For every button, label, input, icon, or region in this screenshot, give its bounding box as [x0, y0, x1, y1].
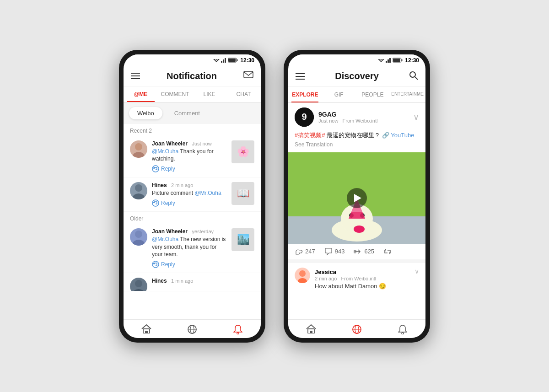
status-time-right: 12:30	[405, 57, 419, 64]
nav-explore-left[interactable]	[169, 320, 215, 338]
share-action[interactable]: 625	[354, 247, 374, 256]
notif-text-1: @Mr.Ouha Thank you for watching.	[152, 148, 227, 163]
tab-people[interactable]: PEOPLE	[356, 87, 390, 102]
avatar-joan-1	[130, 140, 147, 158]
svg-point-59	[402, 333, 404, 334]
discovery-content[interactable]: 9 9GAG Just now From Weibo.intl ∨	[288, 103, 425, 319]
reply-btn-2[interactable]: Reply	[152, 199, 175, 207]
svg-rect-55	[310, 331, 312, 333]
post-header: 9 9GAG Just now From Weibo.intl ∨	[288, 103, 425, 131]
svg-point-14	[133, 193, 145, 199]
svg-point-17	[133, 240, 145, 246]
subtab-comment[interactable]: Comment	[166, 107, 208, 119]
svg-point-15	[152, 200, 159, 206]
avatar-hines-2	[130, 278, 147, 291]
notif-text-2: Picture comment @Mr.Ouha	[152, 189, 227, 197]
svg-rect-22	[145, 331, 148, 333]
notif-name-3: Joan Wheeler	[152, 228, 188, 235]
play-button[interactable]	[347, 188, 367, 208]
message-icon[interactable]	[243, 71, 253, 81]
svg-point-19	[135, 280, 142, 287]
hamburger-icon[interactable]	[131, 73, 140, 79]
nav-bell-left[interactable]	[215, 320, 261, 338]
right-phone: 12:30 Discovery EXPLORE	[284, 50, 430, 343]
thumb-1: 🌸	[231, 140, 254, 163]
notif-item-3: Joan Wheeler yesterday @Mr.Ouha The new …	[124, 224, 261, 273]
notification-scroll[interactable]: Recent 2 Joan Wheeler Just now	[124, 124, 261, 319]
tab-entertainment[interactable]: ENTERTAINME	[389, 87, 425, 102]
reply-btn-1[interactable]: Reply	[152, 165, 175, 172]
notif-time-2: 2 min ago	[171, 183, 193, 188]
signal-icon-right	[386, 58, 391, 63]
chevron-down-icon[interactable]: ∨	[413, 112, 419, 122]
post-hashtag: #搞笑视频#	[295, 132, 325, 139]
notif-text-3: @Mr.Ouha The new version is very smooth,…	[152, 236, 227, 258]
comment-item-jessica: Jessica 2 min ago From Weibo.intl How ab…	[295, 268, 419, 290]
svg-rect-3	[221, 61, 222, 63]
svg-point-36	[410, 72, 415, 77]
tab-me[interactable]: @ME	[124, 86, 158, 102]
app-header-left: Notification	[124, 66, 261, 86]
post-image	[288, 152, 425, 244]
comment-meta: 2 min ago From Weibo.intl	[315, 276, 410, 281]
notif-content-2: Hines 2 min ago Picture comment @Mr.Ouha	[152, 182, 227, 207]
page-title-right: Discovery	[335, 71, 379, 81]
tab-comment[interactable]: COMMENT	[158, 86, 192, 102]
bottom-nav-left	[124, 319, 261, 338]
thumb-3: 🏙️	[231, 228, 254, 251]
post-chinese-text: 最逗的宠物在哪里？	[327, 132, 380, 139]
tab-explore[interactable]: EXPLORE	[288, 87, 322, 102]
share-count: 625	[364, 248, 374, 255]
app-header-right: Discovery	[288, 66, 425, 87]
reply-icon-1	[152, 165, 159, 172]
svg-rect-9	[244, 71, 253, 78]
svg-rect-35	[393, 59, 400, 62]
hamburger-icon-right[interactable]	[296, 73, 305, 80]
page-title-left: Notification	[167, 71, 217, 81]
repost-action[interactable]	[383, 247, 392, 256]
svg-rect-30	[386, 61, 387, 63]
notif-content-3: Joan Wheeler yesterday @Mr.Ouha The new …	[152, 228, 227, 268]
notif-name-1: Joan Wheeler	[152, 140, 188, 147]
svg-point-11	[133, 152, 145, 158]
svg-point-18	[152, 261, 159, 268]
notif-content-4: Hines 1 min ago	[152, 278, 254, 284]
post-youtube-link[interactable]: YouTube	[391, 132, 414, 139]
subtab-weibo[interactable]: Weibo	[129, 107, 162, 119]
nav-bell-right[interactable]	[380, 320, 425, 338]
post-user-info: 9GAG Just now From Weibo.intl	[318, 111, 409, 124]
notif-content-1: Joan Wheeler Just now @Mr.Ouha Thank you…	[152, 140, 227, 173]
post-link-icon: 🔗	[382, 132, 389, 139]
comment-text: How about Matt Damon 😏	[315, 283, 410, 290]
nav-home-right[interactable]	[288, 320, 334, 338]
see-translation[interactable]: See Translation	[295, 141, 419, 148]
svg-rect-8	[228, 59, 236, 62]
comment-body-jessica: Jessica 2 min ago From Weibo.intl How ab…	[315, 268, 410, 290]
nav-home-left[interactable]	[124, 320, 169, 338]
notif-item-4: Hines 1 min ago	[124, 273, 261, 291]
svg-rect-4	[223, 59, 224, 63]
tab-like[interactable]: LIKE	[192, 86, 226, 102]
search-icon[interactable]	[409, 71, 418, 82]
svg-point-13	[135, 184, 142, 192]
like-action[interactable]: 247	[295, 247, 315, 256]
tab-gif[interactable]: GIF	[322, 87, 356, 102]
wifi-icon-right	[378, 58, 384, 63]
comment-chevron-icon[interactable]: ∨	[414, 268, 419, 290]
comment-action[interactable]: 943	[324, 247, 345, 256]
svg-rect-34	[402, 59, 403, 61]
svg-line-37	[415, 77, 418, 80]
post-actions: 247 943 6	[288, 244, 425, 259]
status-bar-right: 12:30	[288, 54, 425, 66]
nav-explore-right[interactable]	[334, 320, 380, 338]
svg-point-44	[354, 226, 365, 233]
battery-icon-right	[393, 58, 403, 63]
tab-chat[interactable]: CHAT	[226, 86, 261, 102]
sub-tabs: Weibo Comment	[124, 102, 261, 124]
svg-rect-31	[388, 59, 389, 63]
status-time-left: 12:30	[240, 57, 254, 64]
post-username: 9GAG	[318, 111, 409, 118]
discovery-tabs: EXPLORE GIF PEOPLE ENTERTAINME	[288, 87, 425, 103]
notif-time-3: yesterday	[192, 229, 214, 234]
reply-btn-3[interactable]: Reply	[152, 261, 175, 268]
